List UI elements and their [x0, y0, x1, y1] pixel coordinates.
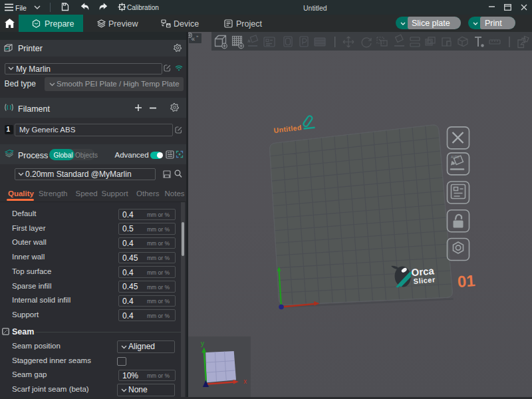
svg-text:x: x: [243, 378, 247, 385]
svg-text:AUTO: AUTO: [451, 156, 460, 159]
svg-text:y: y: [201, 340, 204, 347]
svg-text:01: 01: [457, 271, 476, 291]
